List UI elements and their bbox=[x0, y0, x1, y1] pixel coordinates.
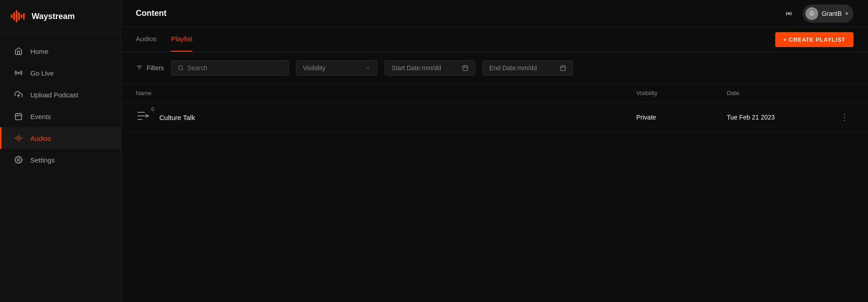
visibility-dropdown[interactable]: Visibility bbox=[296, 60, 377, 76]
svg-rect-8 bbox=[15, 114, 22, 120]
calendar-icon bbox=[14, 112, 23, 121]
filters-button[interactable]: Filters bbox=[136, 64, 164, 72]
search-input[interactable] bbox=[187, 64, 282, 72]
more-options-button[interactable]: ⋮ bbox=[840, 112, 849, 122]
svg-rect-2 bbox=[16, 10, 18, 23]
header-right: G GrantB ▾ bbox=[784, 5, 854, 23]
app-name: Waystream bbox=[32, 12, 75, 21]
username: GrantB bbox=[822, 10, 842, 17]
header: Content G GrantB ▾ bbox=[121, 0, 868, 27]
end-date-input[interactable]: End Date:mm/dd bbox=[482, 60, 573, 76]
logo-icon bbox=[11, 10, 27, 23]
sidebar-item-upload-podcast-label: Upload Podcast bbox=[30, 91, 78, 99]
sidebar-item-home[interactable]: Home bbox=[0, 40, 121, 62]
home-icon bbox=[14, 47, 23, 56]
main-content: Content G GrantB ▾ Audios bbox=[121, 0, 868, 302]
svg-point-22 bbox=[179, 66, 182, 69]
chevron-down-icon bbox=[365, 65, 371, 71]
svg-rect-5 bbox=[23, 13, 25, 19]
sidebar-item-upload-podcast[interactable]: Upload Podcast bbox=[0, 84, 121, 105]
sidebar: Waystream Home Go Live bbox=[0, 0, 121, 302]
sidebar-item-events-label: Events bbox=[30, 113, 51, 120]
sidebar-item-audios[interactable]: Audios bbox=[0, 127, 121, 149]
row-actions: ⋮ bbox=[835, 112, 854, 122]
svg-point-18 bbox=[788, 13, 790, 14]
svg-rect-1 bbox=[13, 12, 15, 20]
sidebar-item-home-label: Home bbox=[30, 48, 48, 55]
settings-icon bbox=[14, 155, 23, 164]
tab-audios[interactable]: Audios bbox=[136, 27, 157, 52]
sidebar-item-go-live-label: Go Live bbox=[30, 69, 54, 77]
column-header-date: Date bbox=[727, 90, 835, 96]
content-area: Audios Playlist + CREATE PLAYLIST Filter… bbox=[121, 27, 868, 302]
filters-row: Filters Visibility Start Date:mm/dd bbox=[121, 52, 868, 84]
avatar: G bbox=[806, 7, 818, 20]
chevron-down-icon: ▾ bbox=[845, 10, 848, 17]
tabs-bar: Audios Playlist + CREATE PLAYLIST bbox=[121, 27, 868, 52]
column-header-name: Name bbox=[136, 90, 636, 96]
logo[interactable]: Waystream bbox=[0, 0, 121, 33]
table-row[interactable]: 0 Culture Talk Private Tue Feb 21 2023 ⋮ bbox=[121, 102, 868, 133]
start-date-input[interactable]: Start Date:mm/dd bbox=[385, 60, 475, 76]
svg-rect-24 bbox=[463, 66, 468, 71]
column-header-visibility: Visibility bbox=[636, 90, 727, 96]
search-icon bbox=[178, 65, 184, 71]
svg-rect-4 bbox=[21, 14, 23, 19]
tabs-left: Audios Playlist bbox=[136, 27, 192, 52]
svg-point-6 bbox=[18, 72, 19, 74]
row-date: Tue Feb 21 2023 bbox=[727, 114, 835, 121]
sidebar-nav: Home Go Live Upload Podcast bbox=[0, 33, 121, 302]
search-box[interactable] bbox=[171, 60, 289, 76]
tab-playlist[interactable]: Playlist bbox=[171, 27, 193, 52]
calendar-icon bbox=[560, 65, 566, 71]
sidebar-item-go-live[interactable]: Go Live bbox=[0, 62, 121, 84]
playlist-icon: 0 bbox=[136, 109, 153, 126]
row-name-cell: 0 Culture Talk bbox=[136, 109, 636, 126]
sidebar-item-audios-label: Audios bbox=[30, 134, 51, 142]
filter-icon bbox=[136, 64, 143, 72]
row-title: Culture Talk bbox=[159, 114, 195, 121]
broadcast-icon bbox=[14, 68, 23, 77]
upload-icon bbox=[14, 90, 23, 99]
sidebar-item-settings-label: Settings bbox=[30, 156, 55, 164]
svg-rect-0 bbox=[11, 14, 13, 19]
table-header: Name Visibility Date bbox=[121, 84, 868, 102]
svg-rect-28 bbox=[561, 66, 566, 71]
sidebar-item-settings[interactable]: Settings bbox=[0, 149, 121, 171]
row-visibility: Private bbox=[636, 114, 727, 121]
audios-icon bbox=[14, 134, 23, 143]
create-playlist-button[interactable]: + CREATE PLAYLIST bbox=[775, 32, 854, 47]
svg-line-23 bbox=[182, 69, 183, 70]
calendar-icon bbox=[462, 65, 468, 71]
user-profile[interactable]: G GrantB ▾ bbox=[803, 5, 854, 23]
page-title: Content bbox=[136, 9, 167, 18]
live-indicator bbox=[784, 9, 794, 19]
svg-point-17 bbox=[18, 159, 20, 161]
sidebar-item-events[interactable]: Events bbox=[0, 105, 121, 127]
svg-rect-3 bbox=[18, 12, 20, 20]
